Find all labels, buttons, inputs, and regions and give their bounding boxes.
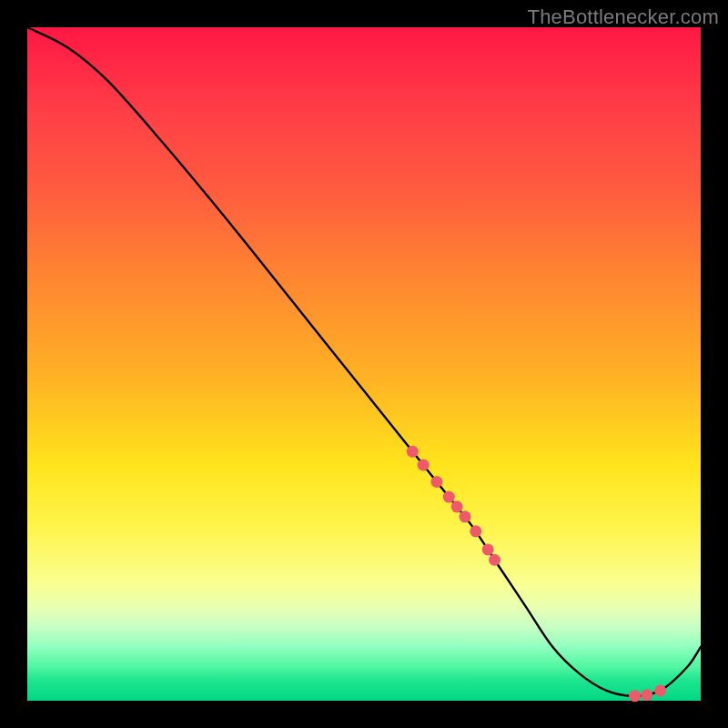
marker-dot [629,690,641,702]
marker-dot [451,500,463,512]
marker-dot [489,554,500,566]
marker-dot [418,460,430,471]
curve-line [27,27,701,696]
outer-frame: TheBottlenecker.com [0,0,728,728]
marker-dot [430,476,442,488]
gradient-plot-area [27,27,701,701]
marker-dot [443,491,455,503]
marker-dot [654,684,666,696]
marker-dot [641,689,652,701]
marker-dot [482,543,494,555]
attribution-text: TheBottlenecker.com [528,5,719,29]
marker-dot [460,511,471,522]
chart-svg [27,27,701,701]
marker-dot [407,446,419,458]
marker-group [407,446,666,703]
marker-dot [470,525,481,537]
